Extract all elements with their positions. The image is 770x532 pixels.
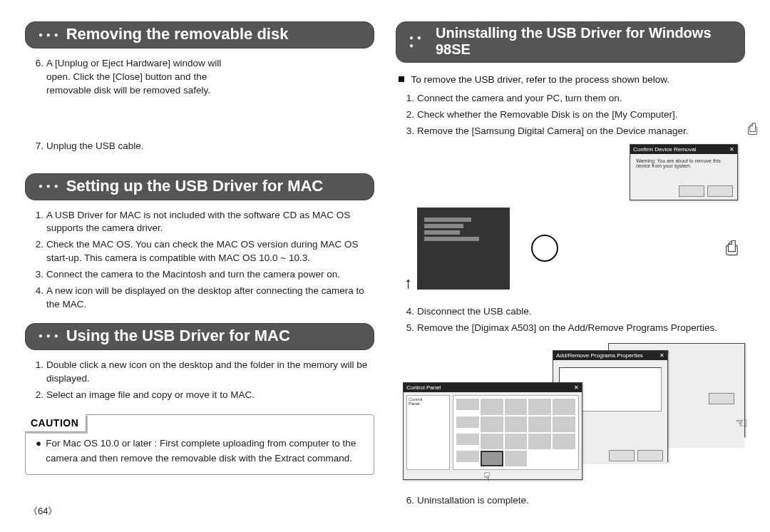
header-dots-icon: ● ● ● (38, 31, 59, 39)
lead-text: To remove the USB driver, refer to the p… (399, 74, 745, 85)
caution-label: CAUTION (25, 414, 86, 432)
cancel-button (637, 450, 663, 461)
header-setting-mac: ● ● ● Setting up the USB Driver for MAC (25, 173, 374, 200)
cancel-button (707, 185, 733, 197)
header-dots-icon: ● ● ● (38, 332, 59, 339)
header-text: Removing the removable disk (66, 25, 289, 44)
header-text: Using the USB Driver for MAC (66, 327, 290, 345)
usb-icon: ⎙ (748, 120, 757, 138)
header-using-mac: ● ● ● Using the USB Driver for MAC (25, 323, 374, 350)
ok-button (609, 450, 635, 461)
power-icon (531, 235, 558, 262)
header-dots-icon: ● ● ● (38, 182, 59, 190)
cd-box-image (417, 208, 510, 290)
arrow-up-icon: ↑ (404, 274, 412, 292)
header-uninstall-win98: ● ● ● Uninstalling the USB Driver for Wi… (396, 21, 745, 63)
header-removing-disk: ● ● ● Removing the removable disk (25, 21, 374, 48)
ok-button (679, 185, 704, 197)
header-text: Uninstalling the USB Driver for Windows … (436, 25, 732, 58)
confirm-dialog: Confirm Device Removal✕ Warning: You are… (630, 144, 738, 200)
pointer-hand-icon: ☟ (483, 470, 491, 484)
left-column: ● ● ● Removing the removable disk 6. A [… (25, 21, 374, 525)
illustration-row: ↑ ⎙ (417, 208, 745, 290)
pointer-hand-icon: ☜ (735, 414, 748, 431)
square-bullet-icon (399, 76, 404, 82)
control-panel-dialog: Control Panel✕ ControlPanel ☟ (403, 382, 582, 480)
usb-icon: ⎙ (726, 238, 738, 258)
install-button (709, 393, 734, 404)
side-panel: ControlPanel (406, 395, 450, 470)
right-column: ● ● ● Uninstalling the USB Driver for Wi… (396, 21, 745, 525)
caution-box: CAUTION ● For Mac OS 10.0 or later : Fir… (25, 414, 374, 475)
dialog-cluster: Maintenance Complete Add/Remove Programs… (403, 343, 745, 486)
close-icon: ✕ (729, 146, 734, 153)
header-dots-icon: ● ● ● (409, 34, 428, 49)
page-number: 《64》 (29, 505, 57, 518)
close-icon: ✕ (659, 352, 664, 359)
close-icon: ✕ (574, 384, 579, 391)
header-text: Setting up the USB Driver for MAC (66, 177, 324, 195)
bullet-icon: ● (34, 436, 46, 466)
step-6: 6. A [Unplug or Eject Hardware] window w… (25, 57, 374, 98)
caution-text: For Mac OS 10.0 or later : First complet… (46, 436, 365, 466)
step-7: 7. Unplug the USB cable. (25, 140, 374, 153)
